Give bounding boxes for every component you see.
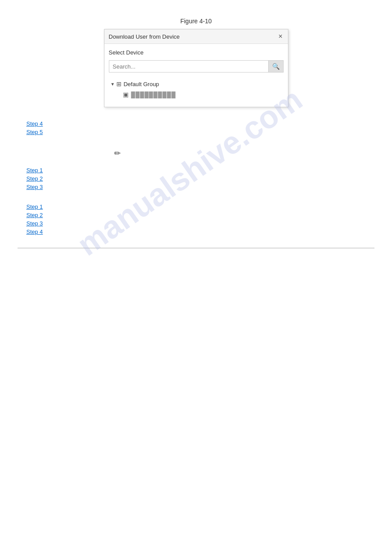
tree-expand-arrow-icon: ▼	[111, 82, 115, 87]
step2-link-g3[interactable]: Step 2	[26, 212, 366, 218]
step2-link-g2[interactable]: Step 2	[26, 175, 366, 182]
tree-group-label: Default Group	[123, 81, 159, 87]
search-button[interactable]: 🔍	[268, 61, 283, 72]
figure-label: Figure 4-10	[26, 18, 366, 25]
dialog-close-button[interactable]: ×	[277, 33, 283, 40]
select-device-label: Select Device	[109, 49, 284, 56]
step5-link[interactable]: Step 5	[26, 129, 366, 135]
device-tree: ▼ ⊞ Default Group ▣ ██████████	[109, 77, 284, 102]
step4-link-g3[interactable]: Step 4	[26, 229, 366, 235]
step3-link-g2[interactable]: Step 3	[26, 184, 366, 190]
steps-group-2: Step 1 Step 2 Step 3	[26, 167, 366, 190]
steps-group-1: Step 4 Step 5	[26, 120, 366, 135]
pencil-icon: ✏	[114, 149, 366, 158]
tree-group-row[interactable]: ▼ ⊞ Default Group	[109, 79, 284, 89]
tree-device-label: ██████████	[131, 91, 176, 98]
step3-link-g3[interactable]: Step 3	[26, 220, 366, 227]
dialog-body: Select Device 🔍 ▼ ⊞ Default Group ▣ ████…	[104, 44, 288, 107]
steps-group-3: Step 1 Step 2 Step 3 Step 4	[26, 203, 366, 235]
step4-link[interactable]: Step 4	[26, 120, 366, 127]
download-user-dialog: Download User from Device × Select Devic…	[104, 29, 288, 107]
tree-device-icon: ▣	[123, 91, 129, 98]
tree-child-row[interactable]: ▣ ██████████	[109, 89, 284, 100]
dialog-wrapper: Download User from Device × Select Devic…	[26, 29, 366, 107]
search-row: 🔍	[109, 60, 284, 73]
dialog-title: Download User from Device	[109, 33, 180, 40]
tree-group-icon: ⊞	[116, 80, 122, 87]
step1-link-g3[interactable]: Step 1	[26, 203, 366, 210]
footer-line	[18, 248, 374, 248]
search-input[interactable]	[109, 61, 268, 72]
dialog-titlebar: Download User from Device ×	[104, 29, 288, 44]
step1-link-g2[interactable]: Step 1	[26, 167, 366, 174]
